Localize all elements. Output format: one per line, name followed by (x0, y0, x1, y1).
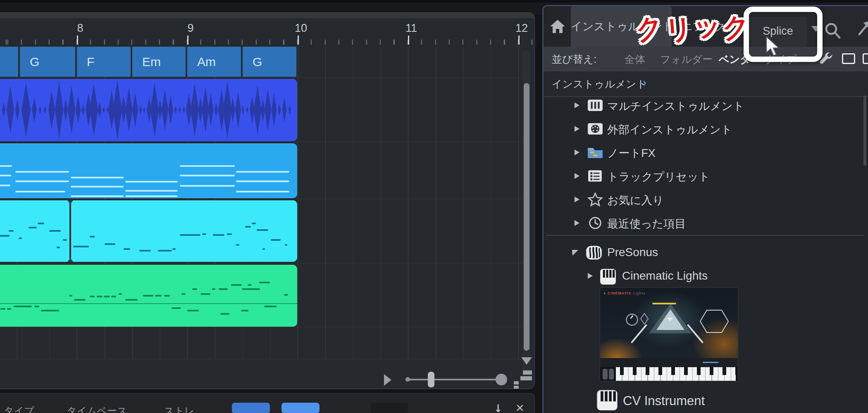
tree-item[interactable]: トラックプリセット (544, 164, 868, 188)
midi-note (180, 234, 200, 236)
chord-track[interactable]: GFEmAmG (0, 47, 524, 77)
track-row-separator (0, 141, 524, 142)
studio-one-window: 89101112 GFEmAmG タイプ (0, 0, 868, 413)
midi-note (259, 282, 270, 283)
tree-item-label: PreSonus (607, 246, 658, 259)
midi-clip-blue[interactable] (0, 143, 297, 198)
list-view-icon[interactable] (863, 53, 868, 64)
zoom-preset-icon[interactable] (523, 370, 532, 375)
pop-out-icon[interactable] (858, 19, 868, 38)
plugin-logo: ● CINEMATIC Lights (603, 291, 646, 295)
midi-note (236, 191, 289, 192)
chord-block[interactable]: F (77, 47, 131, 77)
ruler-measure-label: 9 (187, 22, 193, 35)
chord-block[interactable]: G (20, 47, 75, 77)
tree-item-cv-instrument[interactable]: CV Instrument (544, 386, 868, 413)
plugin-preview-image[interactable]: ● CINEMATIC Lights (599, 287, 739, 382)
piano-icon (600, 268, 616, 285)
midi-clip-cyan-right[interactable] (71, 200, 297, 262)
collapsed-arrow-icon (574, 173, 580, 179)
tree-item-label: Cinematic Lights (622, 269, 708, 282)
chord-block[interactable]: Em (132, 47, 186, 77)
midi-note (0, 185, 10, 186)
tree-scrollbar-thumb[interactable] (863, 95, 866, 166)
midi-note (63, 239, 67, 241)
midi-note (264, 306, 277, 307)
plugin-screen: ● CINEMATIC Lights (600, 288, 738, 358)
clip-boundary-notch-top (67, 200, 73, 204)
window-view-icon[interactable] (842, 53, 855, 64)
zoom-expand-icon[interactable] (384, 374, 391, 386)
midi-note (15, 180, 69, 182)
notefx-folder-icon (587, 145, 603, 161)
midi-clip-cyan-left[interactable] (0, 200, 69, 262)
midi-note (125, 181, 178, 183)
midi-clip-green[interactable] (0, 265, 297, 327)
midi-note (125, 190, 178, 192)
midi-note (248, 284, 252, 286)
zoom-slider-handle[interactable] (428, 372, 434, 387)
ruler-measure-label: 11 (405, 22, 417, 35)
tree-item[interactable]: 最近使った項目 (544, 211, 868, 235)
midi-note (219, 288, 228, 290)
sort-option-item[interactable]: フォルダー (660, 52, 713, 66)
zoom-preset-icon[interactable] (514, 386, 519, 389)
triangle-caret (667, 318, 673, 321)
midi-note (172, 248, 176, 250)
midi-note (7, 308, 11, 310)
chord-block[interactable]: Am (187, 47, 241, 77)
midi-note (241, 310, 248, 311)
midi-note (227, 233, 232, 235)
editor-bottom-bar: タイプタイムベースストレ ⭣ ✕ (0, 393, 535, 413)
tree-item-label: 外部インストゥルメント (607, 122, 732, 137)
tree-item[interactable]: ノートFX (544, 141, 868, 164)
plugin-knob (626, 313, 638, 326)
click-annotation: クリック (635, 7, 751, 48)
browser-panel: インストゥルメント エフェクト Splice 並び替え: 全体フォルダーベンダー… (542, 5, 868, 413)
audio-clip[interactable] (0, 79, 297, 141)
zoom-preset-icon[interactable] (514, 381, 519, 385)
track-row-separator (0, 199, 524, 199)
star-icon (587, 192, 603, 208)
editor-blue-button[interactable] (232, 403, 270, 413)
tree-item[interactable]: お気に入り (544, 188, 868, 211)
midi-note (29, 227, 37, 228)
midi-note (90, 236, 95, 237)
zoom-slider-knob[interactable] (496, 374, 507, 385)
tree-item-cinematic-lights[interactable]: Cinematic Lights (544, 264, 868, 287)
presonus-icon (586, 245, 602, 261)
midi-note (125, 195, 178, 197)
editor-dark-button[interactable] (370, 403, 408, 413)
diamond-control (640, 313, 649, 325)
zoom-slider-track[interactable] (408, 379, 501, 380)
dock-down-icon[interactable]: ⭣ (496, 402, 501, 413)
midi-note (111, 296, 116, 297)
search-icon[interactable] (824, 22, 842, 40)
breadcrumb[interactable]: インストゥルメント › (544, 71, 868, 97)
collapsed-arrow-icon (574, 126, 580, 132)
zoom-preset-icon[interactable] (520, 376, 532, 380)
home-tab[interactable] (544, 6, 571, 47)
midi-note (15, 191, 65, 192)
ruler-measure-label: 10 (295, 22, 307, 35)
editor-toolbar-label: タイプ (4, 404, 34, 413)
tree-item[interactable]: 外部インストゥルメント (544, 117, 868, 140)
chord-block[interactable] (0, 47, 18, 77)
sort-option-item[interactable]: 全体 (625, 52, 645, 66)
tree-item[interactable]: マルチインストゥルメント (544, 94, 868, 117)
scroll-down-arrow-icon[interactable] (521, 357, 532, 365)
midi-note (74, 299, 86, 301)
editor-blue-button[interactable] (281, 403, 320, 413)
timeline-ruler[interactable]: 89101112 (0, 18, 534, 45)
home-icon (549, 19, 566, 34)
close-panel-icon[interactable]: ✕ (515, 402, 525, 413)
ruler-measure-tick (298, 36, 299, 45)
vertical-scrollbar-thumb[interactable] (524, 83, 529, 351)
tree-item-presonus[interactable]: PreSonus (544, 241, 868, 264)
midi-note (236, 180, 289, 182)
chord-block[interactable]: G (243, 47, 296, 77)
mouse-cursor-icon (765, 36, 785, 59)
midi-note (172, 307, 181, 309)
midi-note (252, 223, 256, 224)
collapsed-arrow-icon (574, 220, 580, 226)
